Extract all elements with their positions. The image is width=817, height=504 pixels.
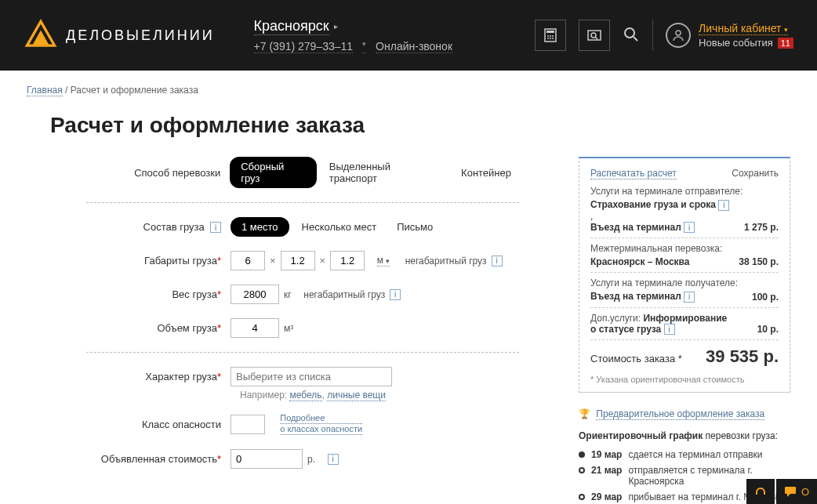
sostav-label: Состав груза: [143, 221, 205, 233]
declared-input[interactable]: [231, 449, 303, 469]
chat-button[interactable]: О: [776, 479, 817, 504]
info-icon[interactable]: i: [210, 222, 221, 233]
weight-input[interactable]: [231, 285, 279, 304]
total-footnote: * Указана ориентировочная стоимость: [590, 375, 779, 384]
trophy-icon: 🏆: [579, 408, 590, 419]
svg-point-15: [676, 31, 681, 35]
transport-option-container[interactable]: Контейнер: [453, 163, 519, 183]
info-icon[interactable]: i: [390, 289, 401, 300]
city-block: Красноярск ▸ +7 (391) 279–33–11 ▾ Онлайн…: [254, 18, 452, 53]
chevron-down-icon[interactable]: ▾: [362, 40, 366, 53]
transport-option-combined[interactable]: Сборный груз: [230, 157, 317, 188]
phone-number[interactable]: +7 (391) 279–33–11: [254, 40, 354, 53]
svg-rect-16: [785, 487, 796, 494]
nature-select[interactable]: [231, 367, 392, 386]
cost-panel: Распечатать расчет Сохранить Услуги на т…: [579, 157, 790, 393]
svc-insurance: Страхование груза и срока: [590, 199, 716, 210]
calculator-icon[interactable]: [535, 20, 566, 51]
floating-bar: О: [745, 479, 817, 504]
svg-rect-10: [588, 31, 601, 40]
online-call-link[interactable]: Онлайн-звонок: [376, 40, 452, 53]
info-icon[interactable]: i: [664, 324, 675, 335]
breadcrumb: Главная / Расчет и оформление заказа: [27, 85, 790, 96]
sostav-option-letter[interactable]: Письмо: [389, 217, 441, 237]
dim-height-input[interactable]: [330, 251, 365, 270]
events-link[interactable]: Новые события: [699, 37, 773, 49]
header: ДЕЛОВЫЕЛИНИИ Красноярск ▸ +7 (391) 279–3…: [0, 0, 817, 71]
transport-label: Способ перевозки: [33, 167, 230, 179]
dim-width-input[interactable]: [281, 251, 315, 270]
svg-point-5: [550, 35, 551, 37]
svg-marker-17: [787, 494, 790, 497]
svg-point-8: [550, 38, 551, 39]
save-link[interactable]: Сохранить: [732, 168, 779, 179]
svc-extra-price: 10 р.: [757, 324, 779, 335]
city-selector[interactable]: Красноярск: [254, 18, 329, 35]
svg-rect-3: [546, 31, 554, 33]
total-value: 39 535 р.: [706, 346, 779, 367]
volume-input[interactable]: [231, 318, 279, 338]
svg-line-14: [634, 37, 637, 41]
nature-hint: Например: мебель, личные вещи: [240, 390, 519, 401]
preliminary-link[interactable]: Предварительное оформление заказа: [596, 408, 764, 420]
page-title: Расчет и оформление заказа: [50, 113, 790, 138]
nature-label: Характер груза: [145, 371, 217, 383]
svg-point-6: [552, 35, 554, 37]
chevron-down-icon: ▾: [784, 26, 788, 34]
dim-length-input[interactable]: [231, 251, 265, 270]
hazard-input[interactable]: [231, 415, 265, 434]
account-link[interactable]: Личный кабинет ▾: [699, 22, 788, 35]
nature-example-furniture[interactable]: мебель: [289, 390, 321, 401]
breadcrumb-current: Расчет и оформление заказа: [71, 85, 198, 96]
svg-line-12: [595, 37, 597, 39]
svg-point-7: [547, 38, 549, 39]
hazard-more-link-2[interactable]: о классах опасности: [280, 424, 362, 435]
transport-option-dedicated[interactable]: Выделенный транспорт: [321, 157, 448, 188]
svc-extra-label: Доп.услуги:: [590, 313, 643, 324]
schedule-title: Ориентировочный график перевозки груза:: [579, 430, 790, 441]
volume-unit: м³: [284, 323, 293, 334]
timeline-dot-icon: [579, 451, 585, 458]
schedule-date: 21 мар: [591, 465, 622, 476]
summary-sidebar: Распечатать расчет Сохранить Услуги на т…: [579, 157, 790, 504]
schedule-date: 29 мар: [591, 491, 622, 502]
schedule-text: сдается на терминал отправки: [628, 449, 762, 460]
info-icon[interactable]: i: [718, 200, 729, 211]
user-icon[interactable]: [666, 23, 691, 48]
info-icon[interactable]: i: [684, 292, 695, 303]
svc-sender-price: 1 275 р.: [744, 222, 779, 233]
headset-button[interactable]: [746, 479, 775, 504]
timeline-dot-icon: [579, 494, 585, 500]
events-badge: 11: [778, 38, 793, 49]
breadcrumb-home[interactable]: Главная: [27, 85, 63, 96]
nature-example-personal[interactable]: личные вещи: [327, 390, 386, 401]
logo[interactable]: ДЕЛОВЫЕЛИНИИ: [24, 18, 215, 53]
search-icon[interactable]: [623, 26, 640, 45]
sostav-option-many[interactable]: Несколько мест: [294, 217, 385, 237]
print-link[interactable]: Распечатать расчет: [590, 168, 677, 179]
info-icon[interactable]: i: [492, 256, 503, 267]
svc-sender-title: Услуги на терминале отправителе:: [590, 186, 779, 197]
chevron-down-icon: ▾: [386, 257, 390, 265]
logo-icon: [24, 18, 58, 53]
declared-unit: р.: [307, 454, 315, 465]
svg-point-13: [625, 28, 634, 38]
schedule-date: 19 мар: [591, 449, 622, 460]
timeline-dot-icon: [579, 467, 585, 473]
oversize-hint: негабаритный груз: [303, 289, 385, 300]
info-icon[interactable]: i: [684, 222, 695, 233]
dims-label: Габариты груза: [144, 255, 217, 267]
chevron-down-icon[interactable]: ▸: [334, 22, 338, 31]
svc-recv-entry: Въезд на терминал: [590, 291, 681, 302]
svg-point-9: [552, 38, 554, 39]
schedule-row: 19 мар сдается на терминал отправки: [579, 449, 790, 460]
info-icon[interactable]: i: [328, 454, 339, 465]
svc-recv-title: Услуги на терминале получателе:: [590, 277, 779, 288]
svc-route-price: 38 150 р.: [739, 256, 779, 267]
svc-route-title: Межтерминальная перевозка:: [590, 243, 779, 254]
declared-label: Объявленная стоимость: [101, 453, 217, 465]
hazard-more-link[interactable]: Подробнее: [280, 413, 362, 424]
sostav-option-one[interactable]: 1 место: [231, 217, 289, 237]
tracking-icon[interactable]: [579, 20, 610, 51]
dim-unit[interactable]: м ▾: [377, 255, 390, 267]
